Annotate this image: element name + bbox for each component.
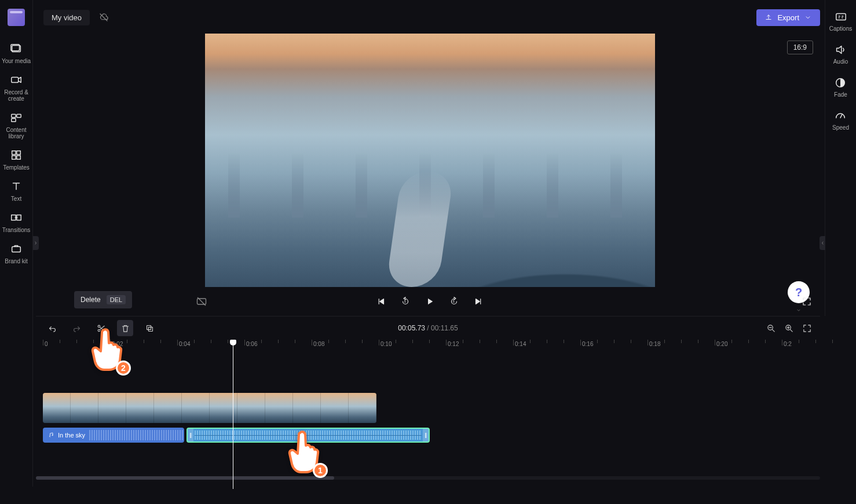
svg-rect-21 [148, 327, 152, 331]
media-icon [10, 42, 23, 55]
svg-rect-13 [836, 14, 846, 20]
timeline-scrollbar[interactable] [36, 476, 820, 480]
svg-rect-3 [12, 115, 16, 118]
captions-icon [835, 10, 847, 23]
tutorial-hand-2: 2 [87, 326, 129, 373]
svg-rect-5 [12, 119, 16, 122]
fullscreen-icon[interactable] [802, 296, 812, 307]
nav-speed[interactable]: Speed [832, 104, 849, 137]
tutorial-step-number: 1 [313, 463, 328, 478]
duplicate-icon [145, 323, 155, 333]
left-panel-expand[interactable] [33, 236, 39, 250]
export-button[interactable]: Export [756, 9, 820, 26]
tooltip-kbd: DEL [107, 295, 126, 304]
svg-rect-9 [17, 156, 20, 159]
nav-templates[interactable]: Templates [0, 144, 32, 175]
nav-brand-kit[interactable]: Brand kit [0, 238, 32, 269]
ruler-label: 0:06 [246, 341, 257, 347]
nav-captions[interactable]: Captions [829, 5, 852, 38]
cloud-sync-off-icon [98, 12, 109, 23]
nav-label: Your media [2, 58, 31, 64]
project-title-input[interactable]: My video [43, 10, 90, 25]
skip-start-icon[interactable] [376, 296, 386, 307]
tutorial-step-number: 2 [116, 360, 131, 376]
svg-rect-8 [12, 156, 16, 159]
chevron-left-icon [821, 240, 824, 247]
timeline-time: 00:05.73 / 00:11.65 [398, 324, 458, 332]
clip-handle-left[interactable] [188, 429, 193, 442]
svg-rect-2 [12, 77, 19, 82]
timeline-toolbar: 00:05.73 / 00:11.65 [36, 317, 820, 340]
nav-content-library[interactable]: Content library [0, 106, 32, 144]
clip-handle-right[interactable] [423, 429, 429, 442]
nav-label: Captions [829, 25, 852, 32]
nav-fade[interactable]: Fade [834, 71, 847, 104]
text-icon [10, 180, 23, 193]
undo-button[interactable] [44, 320, 60, 336]
aspect-ratio-button[interactable]: 16:9 [787, 41, 813, 54]
nav-label: Transitions [2, 227, 31, 233]
left-sidebar: Your media Record & create Content libra… [0, 0, 33, 487]
svg-text:5: 5 [453, 300, 455, 303]
brandkit-icon [10, 242, 23, 255]
zoom-in-icon[interactable] [784, 323, 794, 333]
nav-label: Audio [833, 58, 848, 65]
svg-rect-12 [12, 247, 21, 252]
timeline-tracks[interactable]: In the sky [36, 356, 820, 483]
svg-rect-20 [147, 325, 151, 329]
nav-text[interactable]: Text [0, 175, 32, 207]
app-logo-icon [8, 9, 25, 26]
nav-transitions[interactable]: Transitions [0, 207, 32, 238]
nav-label: Brand kit [5, 258, 27, 264]
zoom-fit-icon[interactable] [802, 323, 812, 333]
delete-tooltip: Delete DEL [74, 291, 132, 308]
video-clip[interactable] [43, 393, 376, 423]
rewind-5-icon[interactable]: 5 [400, 296, 411, 307]
right-panel-collapse[interactable] [820, 236, 825, 250]
audio-clip-1[interactable]: In the sky [43, 428, 184, 443]
audio-clip-label: In the sky [58, 432, 85, 439]
nav-record-create[interactable]: Record & create [0, 69, 32, 106]
duplicate-button[interactable] [141, 320, 158, 336]
nav-your-media[interactable]: Your media [0, 38, 32, 69]
timeline-ruler[interactable]: 00:020:040:060:080:100:120:140:160:180:2… [36, 340, 820, 351]
timeline-zoom-controls [766, 323, 812, 333]
skip-end-icon[interactable] [473, 296, 484, 307]
ruler-label: 0:2 [784, 341, 792, 347]
svg-rect-7 [17, 151, 20, 154]
captions-off-icon[interactable] [196, 296, 207, 307]
nav-label: Content library [0, 127, 32, 139]
redo-button[interactable] [68, 320, 85, 336]
library-icon [10, 111, 23, 124]
zoom-out-icon[interactable] [766, 323, 776, 333]
nav-audio[interactable]: Audio [833, 38, 848, 71]
tutorial-hand-1: 1 [284, 428, 325, 476]
chevron-right-icon [34, 240, 38, 247]
svg-rect-4 [17, 115, 21, 118]
ruler-label: 0:18 [649, 341, 660, 347]
video-preview[interactable] [205, 34, 655, 287]
redo-icon [72, 323, 82, 333]
svg-text:5: 5 [404, 300, 406, 303]
tooltip-label: Delete [81, 296, 101, 304]
ruler-label: 0:12 [448, 341, 459, 347]
top-bar: My video Export [43, 9, 820, 26]
fade-icon [834, 76, 847, 89]
play-icon[interactable] [425, 296, 435, 307]
timeline-scrollbar-thumb[interactable] [36, 476, 334, 480]
playhead[interactable] [233, 343, 233, 489]
chevron-down-icon [804, 13, 812, 21]
upload-icon [764, 13, 773, 21]
ruler-label: 0:04 [179, 341, 190, 347]
templates-icon [10, 149, 23, 161]
svg-rect-6 [12, 151, 16, 154]
undo-icon [47, 323, 57, 333]
time-sep: / [425, 324, 431, 332]
nav-label: Text [11, 196, 21, 202]
nav-label: Fade [834, 91, 847, 98]
forward-5-icon[interactable]: 5 [449, 296, 459, 307]
right-sidebar: Captions Audio Fade Speed [825, 0, 856, 316]
transitions-icon [10, 211, 23, 224]
player-controls-row: 5 5 [39, 292, 820, 311]
preview-area: 16:9 [39, 34, 820, 288]
